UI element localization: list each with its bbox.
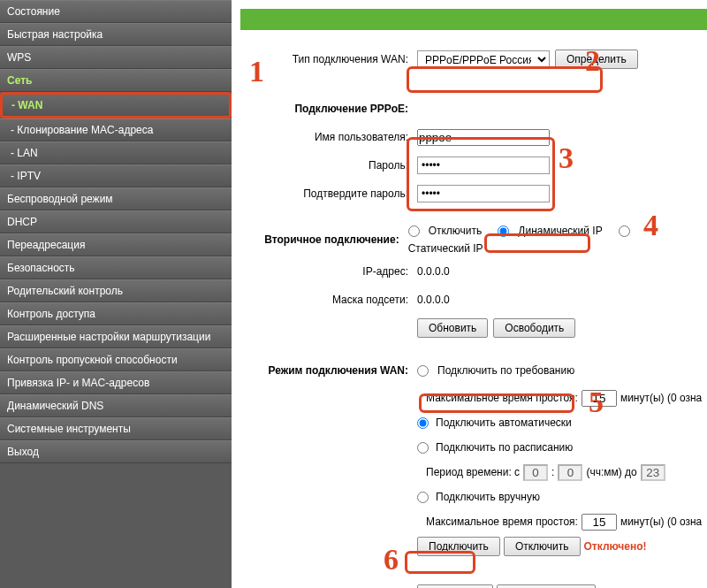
nav-item-12[interactable]: Родительский контроль: [0, 279, 232, 302]
mode-sched-label: Подключить по расписанию: [436, 441, 573, 454]
nav-item-5[interactable]: - Клонирование MAC-адреса: [0, 118, 232, 141]
green-bar: [240, 9, 707, 30]
mask-label: Маска подсети:: [240, 294, 417, 306]
idle-pre: Максимальное время простоя:: [426, 392, 578, 404]
sec-dyn-radio[interactable]: [498, 225, 509, 237]
nav-item-4[interactable]: - WAN: [0, 92, 232, 118]
main-content: Тип подключения WAN: PPPoE/PPPoE Россия …: [232, 0, 707, 588]
nav-item-18[interactable]: Системные инструменты: [0, 417, 232, 440]
sec-disable-label: Отключить: [429, 225, 483, 237]
mode-auto-label: Подключить автоматически: [436, 416, 572, 429]
nav-item-1[interactable]: Быстрая настройка: [0, 23, 232, 46]
nav-item-0[interactable]: Состояние: [0, 0, 232, 23]
idle-input[interactable]: [582, 390, 617, 407]
nav-item-19[interactable]: Выход: [0, 440, 232, 463]
sidebar: СостояниеБыстрая настройкаWPSСеть- WAN- …: [0, 0, 232, 588]
idle-suf: минут(ы) (0 озна: [620, 392, 702, 404]
pppoe-header: Подключение PPPoE:: [240, 103, 417, 115]
sched-h2[interactable]: [641, 464, 665, 481]
nav-item-17[interactable]: Динамический DNS: [0, 394, 232, 417]
username-input[interactable]: [417, 129, 550, 146]
mode-demand-label: Подключить по требованию: [437, 364, 574, 377]
mode-sched-radio[interactable]: [417, 442, 429, 454]
nav-item-8[interactable]: Беспроводной режим: [0, 187, 232, 210]
password-label: Пароль:: [240, 159, 417, 172]
wan-type-label: Тип подключения WAN:: [240, 53, 417, 65]
nav-item-16[interactable]: Привязка IP- и MAC-адресов: [0, 371, 232, 394]
sched-h1[interactable]: [523, 464, 548, 481]
idle2-pre: Максимальное время простоя:: [426, 515, 578, 528]
nav-item-6[interactable]: - LAN: [0, 141, 232, 164]
confirm-label: Подтвердите пароль:: [240, 187, 417, 200]
status-text: Отключено!: [584, 540, 647, 553]
nav-item-13[interactable]: Контроль доступа: [0, 302, 232, 325]
mode-demand-radio[interactable]: [417, 365, 429, 377]
sec-dyn-label: Динамический IP: [518, 225, 602, 237]
nav-item-14[interactable]: Расширенные настройки маршрутизации: [0, 325, 232, 348]
disconnect-button[interactable]: Отключить: [504, 537, 581, 556]
mode-auto-radio[interactable]: [417, 417, 429, 429]
wan-type-select[interactable]: PPPoE/PPPoE Россия: [417, 50, 550, 68]
nav-item-7[interactable]: - IPTV: [0, 164, 232, 187]
mode-manual-radio[interactable]: [417, 492, 429, 503]
secondary-label: Вторичное подключение:: [240, 233, 408, 246]
sched-mid: (чч:мм) до: [586, 466, 636, 478]
save-button[interactable]: Сохранить: [417, 584, 493, 588]
nav-item-10[interactable]: Переадресация: [0, 233, 232, 256]
sched-m1[interactable]: [558, 464, 582, 481]
detect-button[interactable]: Определить: [555, 50, 638, 69]
sec-static-label: Статический IP: [408, 242, 483, 255]
nav-item-11[interactable]: Безопасность: [0, 256, 232, 279]
confirm-input[interactable]: [417, 185, 550, 202]
mode-manual-label: Подключить вручную: [436, 491, 540, 503]
ip-value: 0.0.0.0: [417, 265, 450, 278]
renew-button[interactable]: Обновить: [417, 318, 488, 338]
password-input[interactable]: [417, 157, 550, 174]
sched-pre: Период времени: с: [426, 466, 520, 478]
idle2-suf: минут(ы) (0 озна: [620, 515, 702, 528]
idle2-input[interactable]: [582, 514, 617, 531]
ip-label: IP-адрес:: [240, 265, 417, 278]
advanced-button[interactable]: Дополнительно: [497, 584, 596, 588]
nav-item-9[interactable]: DHCP: [0, 210, 232, 233]
nav-item-3[interactable]: Сеть: [0, 69, 232, 92]
sec-static-radio[interactable]: [619, 225, 630, 237]
mode-label: Режим подключения WAN:: [240, 364, 417, 377]
connect-button[interactable]: Подключить: [417, 537, 500, 556]
release-button[interactable]: Освободить: [493, 318, 575, 338]
sec-disable-radio[interactable]: [408, 225, 420, 237]
mask-value: 0.0.0.0: [417, 294, 450, 306]
nav-item-15[interactable]: Контроль пропускной способности: [0, 348, 232, 371]
nav-item-2[interactable]: WPS: [0, 46, 232, 69]
username-label: Имя пользователя:: [240, 131, 417, 143]
